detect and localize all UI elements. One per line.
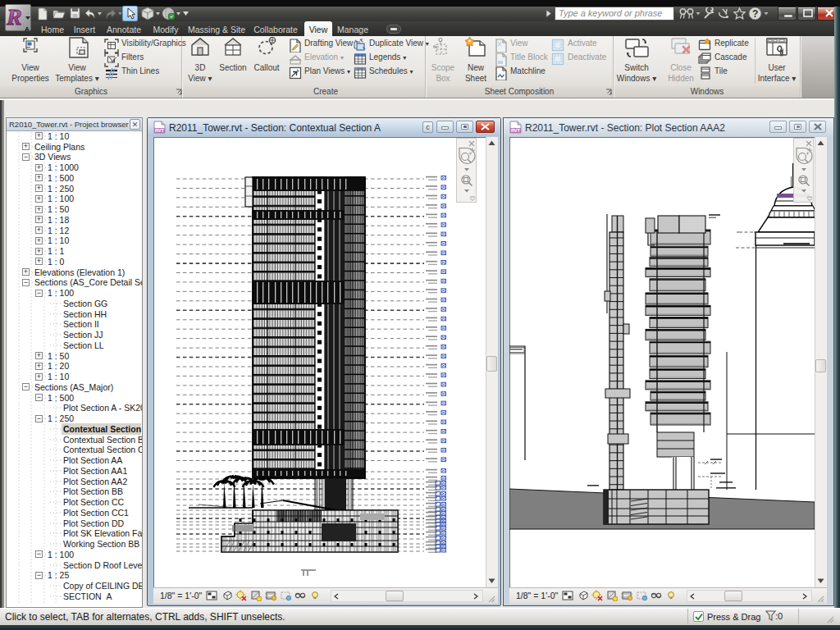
svg-text:?: ? (752, 8, 758, 20)
svg-text:RVT: RVT (155, 128, 165, 133)
svg-text:RVT: RVT (511, 128, 521, 133)
svg-text:R: R (6, 5, 22, 30)
